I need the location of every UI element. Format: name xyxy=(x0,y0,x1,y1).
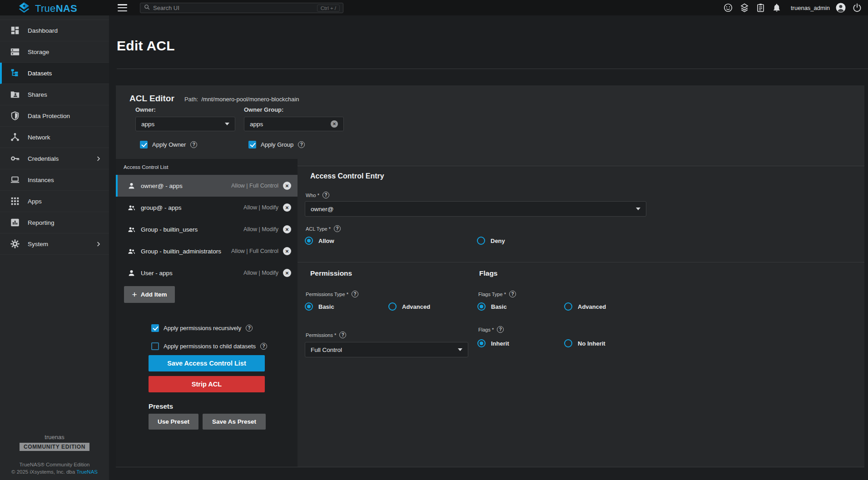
help-icon[interactable] xyxy=(322,192,329,198)
radio-label: Inherit xyxy=(491,340,509,347)
sidebar-item-network[interactable]: Network xyxy=(0,127,109,148)
alerts-bell-icon[interactable] xyxy=(772,3,782,13)
radio-deny[interactable]: Deny xyxy=(477,237,505,245)
radio-flags-no-inherit[interactable]: No Inherit xyxy=(564,339,605,347)
logged-in-username[interactable]: truenas_admin xyxy=(791,5,830,11)
save-acl-button[interactable]: Save Access Control List xyxy=(149,355,265,371)
help-icon[interactable] xyxy=(246,325,253,332)
help-icon[interactable] xyxy=(260,343,267,350)
path-value: /mnt/monero-pool/monero-blockchain xyxy=(201,96,299,103)
radio-flags-inherit[interactable]: Inherit xyxy=(477,339,509,347)
chevron-down-icon xyxy=(636,208,640,210)
search-shortcut-hint: Ctrl + / xyxy=(317,5,340,12)
apply-recursively-row: Apply permissions recursively xyxy=(151,324,253,332)
radio-permissions-advanced[interactable]: Advanced xyxy=(388,302,430,311)
sidebar-item-label: System xyxy=(28,241,48,247)
flags-label: Flags * xyxy=(478,327,494,332)
permissions-select-value: Full Control xyxy=(311,346,458,353)
sidebar-item-apps[interactable]: Apps xyxy=(0,191,109,212)
sidebar-item-shares[interactable]: Shares xyxy=(0,84,109,105)
group-icon xyxy=(127,225,136,234)
owner-select[interactable]: apps xyxy=(135,117,235,131)
acl-row-builtin-administrators[interactable]: Group - builtin_administrators Allow | F… xyxy=(116,240,298,262)
radio-button xyxy=(305,302,313,311)
owner-group-field-group: Owner Group: apps xyxy=(244,106,344,131)
add-item-button[interactable]: Add Item xyxy=(124,286,175,303)
radio-flags-advanced[interactable]: Advanced xyxy=(564,302,606,311)
apply-recursively-checkbox[interactable] xyxy=(151,324,159,332)
sidebar-item-dashboard[interactable]: Dashboard xyxy=(0,20,109,41)
acl-row-rule: Allow | Full Control xyxy=(231,183,278,189)
truenas-footer-link[interactable]: TrueNAS xyxy=(76,469,98,475)
permissions-type-label-row: Permissions Type * xyxy=(306,291,358,297)
permissions-select[interactable]: Full Control xyxy=(305,342,468,357)
clear-icon[interactable] xyxy=(331,120,338,128)
user-icon xyxy=(127,269,136,277)
sidebar-item-label: Shares xyxy=(28,91,47,98)
apply-child-datasets-checkbox[interactable] xyxy=(151,342,159,350)
gear-icon xyxy=(10,239,20,249)
owner-field-group: Owner: apps xyxy=(135,106,235,131)
radio-allow[interactable]: Allow xyxy=(305,237,334,245)
strip-acl-button[interactable]: Strip ACL xyxy=(149,376,265,392)
section-divider xyxy=(298,262,864,262)
help-icon[interactable] xyxy=(509,291,516,297)
remove-entry-icon[interactable] xyxy=(283,182,291,190)
feedback-smiley-icon[interactable] xyxy=(723,3,733,13)
search-input[interactable] xyxy=(153,5,314,11)
sidebar-item-system[interactable]: System xyxy=(0,233,109,255)
user-avatar[interactable] xyxy=(835,2,845,12)
sidebar-item-data-protection[interactable]: Data Protection xyxy=(0,105,109,127)
sidebar-item-label: Instances xyxy=(28,177,54,183)
sidebar-item-storage[interactable]: Storage xyxy=(0,41,109,63)
acl-row-name: group@ - apps xyxy=(141,204,243,211)
help-icon[interactable] xyxy=(497,326,504,333)
who-select[interactable]: owner@ xyxy=(305,201,646,217)
help-icon[interactable] xyxy=(352,291,358,297)
apply-owner-checkbox[interactable] xyxy=(140,141,148,148)
flags-type-label: Flags Type * xyxy=(478,292,506,297)
use-preset-button[interactable]: Use Preset xyxy=(149,414,198,430)
truenas-logo[interactable]: TrueNAS xyxy=(17,1,77,16)
sidebar-item-reporting[interactable]: Reporting xyxy=(0,212,109,233)
flags-section-title: Flags xyxy=(479,269,497,277)
permissions-label: Permissions * xyxy=(306,332,336,338)
radio-permissions-basic[interactable]: Basic xyxy=(305,302,334,311)
menu-toggle-button[interactable] xyxy=(118,4,127,11)
remove-entry-icon[interactable] xyxy=(283,203,291,212)
acl-row-group[interactable]: group@ - apps Allow | Modify xyxy=(116,197,298,218)
save-as-preset-button[interactable]: Save As Preset xyxy=(203,414,266,430)
chevron-right-icon xyxy=(95,241,102,247)
power-icon[interactable] xyxy=(852,3,862,13)
presets-title: Presets xyxy=(149,402,173,410)
help-icon[interactable] xyxy=(298,141,305,148)
jobs-clipboard-icon[interactable] xyxy=(756,3,766,13)
remove-entry-icon[interactable] xyxy=(283,225,291,233)
sidebar-item-datasets[interactable]: Datasets xyxy=(0,63,109,84)
acl-row-user-apps[interactable]: User - apps Allow | Modify xyxy=(116,262,298,284)
radio-label: No Inherit xyxy=(578,340,605,347)
radio-label: Deny xyxy=(491,238,505,244)
help-icon[interactable] xyxy=(339,332,346,338)
user-icon xyxy=(127,182,136,190)
radio-flags-basic[interactable]: Basic xyxy=(477,302,507,311)
apply-group-checkbox[interactable] xyxy=(248,141,256,148)
owner-group-label: Owner Group: xyxy=(244,106,344,113)
remove-entry-icon[interactable] xyxy=(283,269,291,277)
acl-editor-header: ACL Editor Path: /mnt/monero-pool/monero… xyxy=(129,94,299,104)
sidebar-item-credentials[interactable]: Credentials xyxy=(0,148,109,169)
acl-row-builtin-users[interactable]: Group - builtin_users Allow | Modify xyxy=(116,218,298,240)
truecommand-icon[interactable] xyxy=(739,3,749,13)
remove-entry-icon[interactable] xyxy=(283,247,291,255)
sidebar-item-label: Storage xyxy=(28,49,49,55)
acl-row-owner[interactable]: owner@ - apps Allow | Full Control xyxy=(116,175,298,197)
preset-buttons: Use Preset Save As Preset xyxy=(149,414,266,430)
help-icon[interactable] xyxy=(334,225,341,232)
shield-icon xyxy=(10,111,20,121)
sidebar-item-instances[interactable]: Instances xyxy=(0,169,109,191)
apply-group-row: Apply Group xyxy=(248,141,305,148)
owner-group-input[interactable]: apps xyxy=(244,117,344,131)
apply-child-datasets-row: Apply permissions to child datasets xyxy=(151,342,267,350)
owner-label: Owner: xyxy=(135,106,235,113)
help-icon[interactable] xyxy=(190,141,197,148)
